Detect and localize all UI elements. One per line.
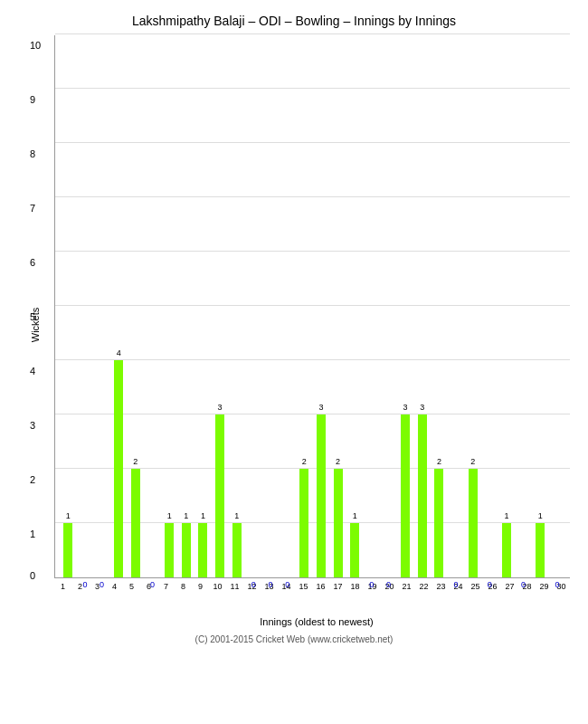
bar-group-1: 1 [60, 35, 77, 577]
bar-group-28: 0 [515, 35, 532, 577]
copyright: (C) 2001-2015 Cricket Web (www.cricketwe… [9, 634, 579, 644]
bar-10: 3 [215, 414, 224, 577]
bar-8: 1 [182, 523, 191, 577]
bar-9: 1 [198, 523, 207, 577]
bar-11: 1 [232, 523, 242, 577]
bar-group-9: 1 [194, 35, 212, 577]
x-label-5: 5 [123, 582, 140, 596]
bar-group-10: 3 [212, 35, 229, 577]
bar-group-18: 1 [346, 35, 364, 577]
bar-group-16: 3 [313, 35, 330, 577]
x-label-22: 22 [415, 582, 432, 596]
bar-group-23: 2 [431, 35, 448, 577]
x-label-16: 16 [312, 582, 329, 596]
bar-5: 2 [131, 469, 140, 577]
y-label-2: 2 [30, 474, 35, 485]
x-label-17: 17 [329, 582, 346, 596]
y-label-10: 10 [30, 40, 41, 51]
bar-group-14: 0 [279, 35, 296, 577]
bar-group-11: 1 [228, 35, 245, 577]
bar-group-21: 3 [397, 35, 414, 577]
chart-container: Lakshmipathy Balaji – ODI – Bowling – In… [0, 0, 588, 724]
bar-group-3: 0 [93, 35, 110, 577]
chart-title: Lakshmipathy Balaji – ODI – Bowling – In… [9, 9, 579, 28]
bar-group-17: 2 [329, 35, 346, 577]
bar-group-20: 0 [380, 35, 397, 577]
bar-group-5: 2 [128, 35, 145, 577]
x-label-1: 1 [54, 582, 71, 596]
bar-7: 1 [165, 523, 174, 577]
bar-group-25: 2 [464, 35, 481, 577]
x-label-8: 8 [175, 582, 192, 596]
x-label-11: 11 [226, 582, 243, 596]
bar-group-7: 1 [161, 35, 178, 577]
bar-21: 3 [401, 414, 410, 577]
y-label-6: 6 [30, 257, 35, 268]
bar-29: 1 [536, 523, 545, 577]
x-label-10: 10 [209, 582, 226, 596]
y-label-9: 9 [30, 94, 35, 105]
bar-group-4: 4 [110, 35, 128, 577]
bar-group-29: 1 [532, 35, 549, 577]
y-label-7: 7 [30, 203, 35, 214]
bar-27: 1 [502, 523, 511, 577]
bar-group-12: 0 [245, 35, 262, 577]
bar-group-26: 0 [481, 35, 498, 577]
bar-25: 2 [469, 469, 478, 577]
bar-group-22: 3 [413, 35, 431, 577]
bar-17: 2 [334, 469, 343, 577]
bar-16: 3 [317, 414, 326, 577]
grid-line-10: 10 [55, 33, 570, 34]
bar-23: 2 [434, 469, 443, 577]
y-label-3: 3 [30, 420, 35, 431]
bar-group-15: 2 [296, 35, 313, 577]
bar-22: 3 [418, 414, 427, 577]
bar-1: 1 [63, 523, 72, 577]
x-label-9: 9 [192, 582, 209, 596]
y-label-0: 0 [30, 570, 35, 581]
y-label-1: 1 [30, 529, 35, 539]
bar-group-8: 1 [177, 35, 194, 577]
bar-group-19: 0 [364, 35, 381, 577]
y-label-8: 8 [30, 148, 35, 159]
bar-group-24: 0 [448, 35, 465, 577]
bar-group-13: 0 [262, 35, 280, 577]
bar-group-6: 0 [144, 35, 161, 577]
bar-15: 2 [299, 469, 308, 577]
y-label-5: 5 [30, 311, 35, 322]
plot-area: 1 2 3 4 5 6 7 8 9 [54, 35, 570, 578]
x-axis-title: Innings (oldest to newest) [54, 616, 579, 627]
bars-container: 100420111310002321003320201010 [55, 35, 570, 577]
bar-group-27: 1 [498, 35, 516, 577]
x-label-21: 21 [398, 582, 415, 596]
x-label-18: 18 [346, 582, 364, 596]
bar-4: 4 [114, 360, 123, 577]
x-label-15: 15 [295, 582, 312, 596]
bar-group-2: 0 [77, 35, 94, 577]
y-label-4: 4 [30, 366, 35, 376]
bar-18: 1 [350, 523, 359, 577]
bar-group-30: 0 [549, 35, 566, 577]
